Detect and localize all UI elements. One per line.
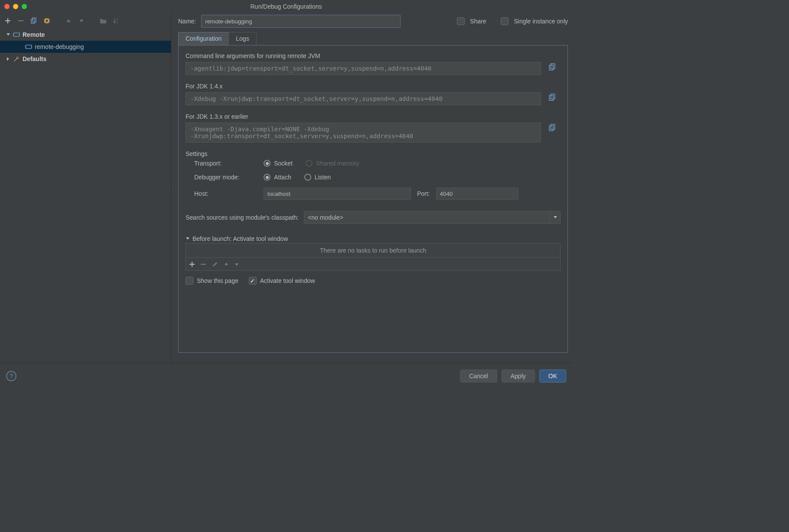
expand-arrow-icon bbox=[186, 237, 190, 241]
minimize-window-button[interactable] bbox=[13, 4, 18, 9]
add-task-button[interactable] bbox=[189, 262, 195, 267]
svg-rect-6 bbox=[26, 45, 32, 49]
tab-configuration[interactable]: Configuration bbox=[178, 32, 229, 45]
host-input[interactable] bbox=[264, 188, 411, 200]
window-controls bbox=[4, 4, 27, 9]
maximize-window-button[interactable] bbox=[22, 4, 27, 9]
before-launch-header[interactable]: Before launch: Activate tool window bbox=[186, 235, 561, 242]
right-pane: Name: Share Single instance only Configu… bbox=[174, 13, 572, 363]
copy-jdk13-button[interactable] bbox=[547, 123, 558, 133]
tabs: Configuration Logs bbox=[178, 32, 568, 45]
tree-label: Defaults bbox=[23, 55, 46, 62]
chevron-down-icon bbox=[550, 211, 560, 224]
svg-text:z: z bbox=[116, 21, 118, 24]
radio-label: Attach bbox=[274, 174, 291, 181]
activate-tool-checkbox[interactable] bbox=[249, 277, 257, 285]
settings-button[interactable] bbox=[42, 16, 51, 25]
radio-icon bbox=[304, 174, 311, 181]
jdk13-value[interactable]: -Xnoagent -Djava.compiler=NONE -Xdebug -… bbox=[186, 123, 541, 143]
mode-attach-option[interactable]: Attach bbox=[264, 174, 291, 181]
radio-icon bbox=[264, 160, 271, 167]
debugger-mode-label: Debugger mode: bbox=[194, 174, 264, 181]
tree-label: remote-debugging bbox=[35, 43, 84, 50]
cancel-button[interactable]: Cancel bbox=[460, 370, 497, 383]
svg-rect-5 bbox=[13, 33, 20, 36]
radio-label: Listen bbox=[315, 174, 331, 181]
jdk13-row: For JDK 1.3.x or earlier -Xnoagent -Djav… bbox=[186, 113, 561, 143]
before-launch-toolbar bbox=[186, 258, 561, 271]
debugger-mode-group: Attach Listen bbox=[264, 174, 561, 181]
before-launch-label: Before launch: Activate tool window bbox=[192, 235, 288, 242]
window-title: Run/Debug Configurations bbox=[0, 3, 572, 10]
apply-button[interactable]: Apply bbox=[502, 370, 535, 383]
copy-config-button[interactable] bbox=[29, 16, 38, 25]
add-config-button[interactable] bbox=[3, 16, 12, 25]
jdk13-label: For JDK 1.3.x or earlier bbox=[186, 113, 561, 120]
tree-label: Remote bbox=[23, 31, 45, 38]
module-row: Search sources using module's classpath:… bbox=[186, 211, 561, 224]
jdk14-label: For JDK 1.4.x bbox=[186, 83, 561, 90]
svg-rect-1 bbox=[33, 18, 36, 22]
tree-category-defaults[interactable]: Defaults bbox=[0, 53, 171, 65]
move-task-down-button[interactable] bbox=[235, 262, 239, 266]
activate-tool-label: Activate tool window bbox=[260, 277, 315, 284]
tree-config-remote-debugging[interactable]: remote-debugging bbox=[0, 41, 171, 53]
tab-logs[interactable]: Logs bbox=[228, 32, 256, 45]
module-value: <no module> bbox=[308, 214, 343, 221]
settings-grid: Transport: Socket Shared memory Debugger… bbox=[194, 160, 561, 200]
svg-rect-8 bbox=[551, 64, 555, 68]
move-down-button[interactable] bbox=[77, 16, 86, 25]
main-content: az Remote remote-debugging Defaults ⋮ bbox=[0, 13, 572, 363]
svg-rect-11 bbox=[549, 126, 553, 131]
collapse-arrow-icon bbox=[6, 57, 10, 61]
copy-cmdline-button[interactable] bbox=[547, 62, 558, 72]
help-button[interactable]: ? bbox=[6, 371, 16, 381]
remove-config-button[interactable] bbox=[16, 16, 25, 25]
svg-rect-7 bbox=[549, 65, 553, 70]
remote-icon bbox=[25, 44, 32, 50]
svg-rect-0 bbox=[31, 19, 35, 23]
before-launch-tasks: There are no tasks to run before launch bbox=[186, 243, 561, 258]
transport-shared-option: Shared memory bbox=[306, 160, 359, 167]
move-up-button[interactable] bbox=[64, 16, 73, 25]
cmdline-value[interactable]: -agentlib:jdwp=transport=dt_socket,serve… bbox=[186, 62, 541, 75]
tree-category-remote[interactable]: Remote bbox=[0, 29, 171, 41]
share-checkbox[interactable] bbox=[457, 17, 465, 25]
svg-text:a: a bbox=[116, 18, 118, 21]
host-port-row: Port: bbox=[264, 188, 561, 200]
radio-label: Shared memory bbox=[316, 160, 359, 167]
svg-point-2 bbox=[46, 20, 48, 22]
wrench-icon bbox=[13, 55, 20, 62]
svg-rect-10 bbox=[551, 94, 555, 99]
ok-button[interactable]: OK bbox=[539, 370, 566, 383]
mode-listen-option[interactable]: Listen bbox=[304, 174, 331, 181]
svg-rect-9 bbox=[549, 96, 553, 101]
transport-group: Socket Shared memory bbox=[264, 160, 561, 167]
transport-socket-option[interactable]: Socket bbox=[264, 160, 293, 167]
name-input[interactable] bbox=[201, 15, 401, 28]
jdk14-value[interactable]: -Xdebug -Xrunjdwp:transport=dt_socket,se… bbox=[186, 92, 541, 105]
radio-icon bbox=[306, 160, 313, 167]
cmdline-row: Command line arguments for running remot… bbox=[186, 52, 561, 75]
configuration-panel: Command line arguments for running remot… bbox=[178, 45, 568, 353]
sort-button[interactable]: az bbox=[112, 16, 121, 25]
copy-jdk14-button[interactable] bbox=[547, 92, 558, 103]
footer: ? Cancel Apply OK bbox=[0, 363, 572, 389]
show-page-checkbox[interactable] bbox=[186, 277, 193, 285]
cmdline-label: Command line arguments for running remot… bbox=[186, 52, 561, 59]
single-instance-label: Single instance only bbox=[514, 18, 568, 25]
module-dropdown[interactable]: <no module> bbox=[304, 211, 561, 224]
sidebar: az Remote remote-debugging Defaults bbox=[0, 13, 171, 363]
port-input[interactable] bbox=[436, 188, 518, 200]
folder-button[interactable] bbox=[99, 16, 108, 25]
module-label: Search sources using module's classpath: bbox=[186, 214, 299, 221]
move-task-up-button[interactable] bbox=[224, 262, 228, 266]
port-label: Port: bbox=[417, 190, 430, 197]
edit-task-button[interactable] bbox=[212, 261, 218, 267]
transport-label: Transport: bbox=[194, 160, 264, 167]
remove-task-button[interactable] bbox=[201, 262, 206, 267]
single-instance-checkbox[interactable] bbox=[501, 17, 509, 25]
sidebar-toolbar: az bbox=[0, 15, 171, 29]
expand-arrow-icon bbox=[6, 32, 10, 37]
close-window-button[interactable] bbox=[4, 4, 10, 9]
